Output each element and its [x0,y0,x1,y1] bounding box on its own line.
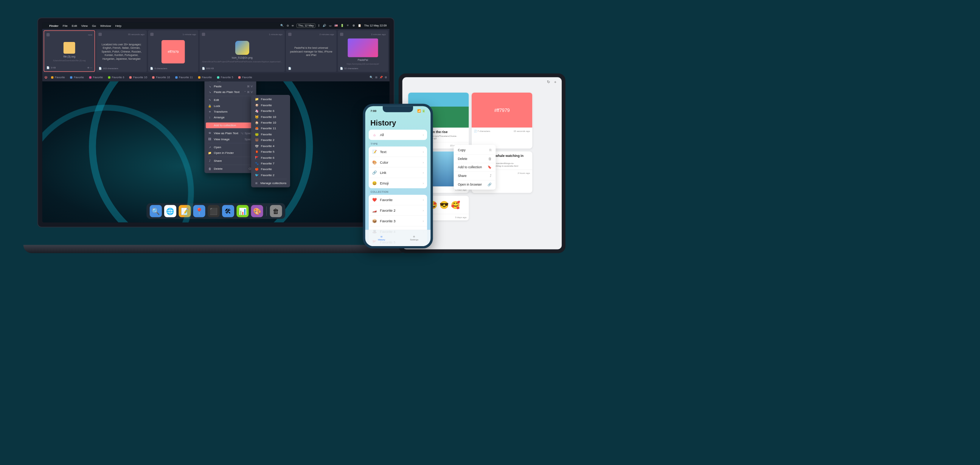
refresh-icon[interactable]: ↻ [547,79,550,84]
menubar-file[interactable]: File [63,24,68,27]
dock-app-icon[interactable]: 🗑 [270,205,282,217]
collection-tab[interactable]: Favorite [88,75,105,80]
iphone-collection-row[interactable]: 📦Favorite 3› [369,216,427,227]
menubar-view[interactable]: View [81,24,88,27]
power-icon[interactable]: ⏻ [45,76,47,79]
ipad-context-item[interactable]: Add to collection🔖 [455,163,495,171]
lang-icon[interactable]: 🇺🇸 [334,24,338,28]
dock-app-icon[interactable]: 🔍 [150,205,162,217]
control-center-icon[interactable]: ⚙ [353,24,355,28]
collection-tab[interactable]: Favorite 11 [173,75,195,80]
iphone-type-row[interactable]: 🔗Link› [369,167,427,178]
context-menu-item[interactable]: 👁View as Plain Text⌥ Space [206,130,255,136]
spotlight-icon[interactable]: ⊙ [287,24,289,28]
bluetooth-icon[interactable]: ᛒ [318,24,320,28]
clipboard-item[interactable]: 1 minute agoicon_512@2x.png/Users/khoa/X… [200,30,285,72]
context-menu-item[interactable]: ↗Open [206,144,255,150]
search-icon[interactable]: 🔍 [369,76,373,79]
ipad-context-item[interactable]: Open in browser🔗 [455,180,495,189]
dock-app-icon[interactable]: 📝 [178,205,191,217]
collection-tab[interactable]: Favorite [196,75,214,80]
iphone-tab-history[interactable]: ⊞ History [365,230,398,246]
collection-tab[interactable]: Favorite [68,75,86,80]
display-icon[interactable]: ▭ [329,24,332,28]
iphone-collection-row[interactable]: 🏎️Favorite 2› [369,205,427,216]
collection-tab[interactable]: Favorite 10 [151,75,172,80]
submenu-collection-item[interactable]: 🍎Favorite [253,166,289,172]
search-icon[interactable]: 🔍 [280,24,284,28]
clipboard-menubar-icon[interactable]: 📋 [358,24,361,28]
ipad-clip-card[interactable]: #ff7979📄 7 characters15 seconds ago [472,93,532,149]
dock-app-icon[interactable]: 🎨 [251,205,263,217]
context-menu-item[interactable]: 🗑Delete⌫ [206,166,255,171]
menubar-edit[interactable]: Edit [72,24,77,27]
iphone-row-all[interactable]: ⌂ All › [369,130,427,140]
ipad-context-item[interactable]: Delete🗑 [455,154,495,163]
dock-app-icon[interactable]: 🌐 [164,205,176,217]
submenu-collection-item[interactable]: 🦊Favorite 11 [253,125,289,131]
submenu-collection-item[interactable]: 🐦Favorite 2 [253,172,289,178]
siri-icon[interactable]: ∞ [292,24,294,28]
context-menu-item[interactable]: ↘Paste as Plain Text⌃ ⌘ V [206,89,255,95]
add-icon[interactable]: ＋ [554,79,557,84]
menubar-go[interactable]: Go [92,24,96,27]
clipboard-item[interactable]: 2 minutes agoPastePalhttps://onmyway133.… [338,30,388,72]
submenu-collection-item[interactable]: 🐱Favorite 10 [253,114,289,119]
wifi-icon[interactable]: ᯤ [347,24,350,28]
dock-app-icon[interactable]: 🛠 [222,205,234,217]
context-menu-item[interactable]: ✳Transform› [206,109,255,114]
menubar-window[interactable]: Window [100,24,111,27]
context-menu-item[interactable]: ＋Add to collection› [206,122,255,128]
submenu-collection-item[interactable]: 🏠Favorite 10 [253,120,289,125]
iphone-tab-settings[interactable]: ⚙ Settings [398,230,430,246]
collection-tab[interactable]: Favorite 10 [127,75,149,80]
submenu-collection-item[interactable]: 🐶Favorite [253,102,289,108]
dock-app-icon[interactable]: ⬛ [208,205,220,217]
submenu-collection-item[interactable]: 🚩Favorite 6 [253,155,289,160]
context-menu-item[interactable]: 📁Open in Finder [206,150,255,156]
context-menu-item[interactable]: 🖼View ImageSpace [206,136,255,142]
collection-tab[interactable]: Favorite 6 [106,75,126,80]
iphone-type-row[interactable]: 📝Text› [369,146,427,157]
iphone-collection-row[interactable]: ❤️Favorite› [369,195,427,205]
context-menu-item[interactable]: ↕Arrange› [206,114,255,120]
menubar-help[interactable]: Help [115,24,122,27]
context-menu-item[interactable]: ⤴Share› [206,158,255,164]
tab-label: History [378,238,385,241]
menubar-date-pill[interactable]: Thu, 12 May [296,24,315,28]
submenu-collection-item[interactable]: 🐸Favorite [253,131,289,137]
context-menu-item[interactable]: ↘Paste⌘ V [206,83,255,89]
context-menu-item[interactable]: ✎Edit [206,97,255,103]
iphone-type-row[interactable]: 😀Emoji› [369,178,427,188]
submenu-collection-item[interactable]: 🏮Favorite 5 [253,149,289,155]
iphone-status-icons: 📶 🔋 [417,109,425,112]
menubar-clock[interactable]: Thu 12 May 22:09 [364,24,387,28]
pin-icon[interactable]: 📌 [379,76,383,79]
collection-tab[interactable]: Favorite [236,75,254,80]
submenu-collection-item[interactable]: 🐾Favorite 7 [253,160,289,166]
submenu-collection-item[interactable]: 📁Favorite [253,97,289,102]
iphone-type-row[interactable]: 🎨Color› [369,157,427,167]
macos-menubar: Finder File Edit View Go Window Help 🔍 ⊙… [42,22,390,29]
iphone-time: 7:00 [370,109,376,112]
submenu-manage-collections[interactable]: ⊞Manage collections [253,180,289,186]
volume-icon[interactable]: 🔊 [323,24,326,28]
clipboard-item[interactable]: 2 minutes agoPastePal is the best univer… [286,30,337,72]
collection-tab[interactable]: Favorite 5 [215,75,235,80]
ipad-context-item[interactable]: Copy⎘ [455,146,495,155]
dock-app-icon[interactable]: 📍 [193,205,205,217]
clipboard-item[interactable]: 35 seconds agoLocalized into over 20+ la… [96,30,147,72]
dock-app-icon[interactable]: 📊 [236,205,248,217]
ipad-context-item[interactable]: Share⤴ [455,171,495,180]
submenu-collection-item[interactable]: 🐨Favorite 4 [253,143,289,149]
context-menu-item[interactable]: 🔒Lock [206,103,255,108]
clipboard-item[interactable]: nowfile (3).svg/Users/khoa/Downloads/fil… [43,30,95,72]
menubar-app-name[interactable]: Finder [49,24,59,27]
collection-tab[interactable]: Favorite [49,75,67,80]
submenu-collection-item[interactable]: 🐻Favorite 2 [253,137,289,143]
grid-icon[interactable]: ⊞ [375,76,377,79]
clipboard-item[interactable]: 1 minute ago#ff7979📄6 characters [148,30,199,72]
battery-icon[interactable]: 🔋 [340,24,344,28]
submenu-collection-item[interactable]: 🦄Favorite 6 [253,108,289,114]
settings-icon[interactable]: ⚙ [385,76,387,79]
